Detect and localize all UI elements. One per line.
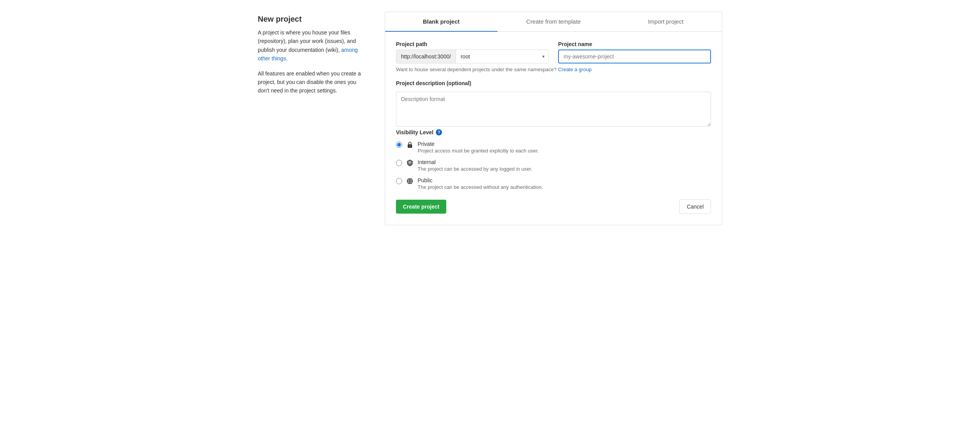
page-wrapper: New project A project is where you house…: [258, 12, 722, 225]
project-path-group: Project path http://localhost:3000/ root…: [396, 41, 549, 63]
private-label: Private: [418, 141, 539, 147]
private-desc: Project access must be granted explicitl…: [418, 148, 539, 154]
lock-icon: [406, 141, 414, 149]
sidebar-description-1: A project is where you house your files …: [258, 28, 366, 63]
internal-text-group: Internal The project can be accessed by …: [418, 159, 532, 172]
project-path-label: Project path: [396, 41, 549, 47]
page-title: New project: [258, 15, 366, 24]
radio-private[interactable]: [396, 142, 402, 148]
radio-internal[interactable]: [396, 160, 402, 166]
main-content: Blank project Create from template Impor…: [385, 12, 722, 225]
tab-create-from-template[interactable]: Create from template: [497, 12, 610, 32]
public-desc: The project can be accessed without any …: [418, 184, 543, 190]
svg-point-1: [409, 146, 410, 146]
visibility-option-internal: Internal The project can be accessed by …: [396, 159, 711, 172]
visibility-title-row: Visibility Level ?: [396, 129, 711, 135]
description-label: Project description (optional): [396, 80, 711, 86]
form-body: Project path http://localhost:3000/ root…: [385, 32, 722, 225]
internal-label: Internal: [418, 159, 532, 165]
public-text-group: Public The project can be accessed witho…: [418, 177, 543, 190]
create-project-button[interactable]: Create project: [396, 200, 446, 214]
project-name-group: Project name: [558, 41, 711, 63]
shield-icon: [406, 159, 414, 167]
path-name-row: Project path http://localhost:3000/ root…: [396, 41, 711, 63]
globe-icon: [406, 177, 414, 185]
description-textarea-wrapper: [396, 92, 711, 128]
private-text-group: Private Project access must be granted e…: [418, 141, 539, 154]
tab-import-project[interactable]: Import project: [610, 12, 722, 32]
create-group-link[interactable]: Create a group: [558, 67, 592, 72]
internal-desc: The project can be accessed by any logge…: [418, 166, 532, 172]
help-icon[interactable]: ?: [436, 129, 442, 135]
namespace-select-wrapper: root ▾: [456, 50, 548, 63]
path-prefix: http://localhost:3000/: [396, 50, 456, 63]
public-label: Public: [418, 177, 543, 183]
cancel-button[interactable]: Cancel: [679, 199, 711, 214]
sidebar-description-2: All features are enabled when you create…: [258, 69, 366, 95]
project-name-input[interactable]: [558, 50, 711, 63]
form-actions: Create project Cancel: [396, 199, 711, 214]
namespace-hint: Want to house several dependent projects…: [396, 67, 711, 72]
radio-public[interactable]: [396, 178, 402, 184]
sidebar: New project A project is where you house…: [258, 12, 366, 101]
visibility-label: Visibility Level: [396, 129, 433, 135]
visibility-section: Visibility Level ? Private: [396, 129, 711, 190]
project-name-label: Project name: [558, 41, 711, 47]
visibility-option-private: Private Project access must be granted e…: [396, 141, 711, 154]
namespace-select[interactable]: root: [456, 50, 548, 63]
path-input-row: http://localhost:3000/ root ▾: [396, 50, 549, 63]
tab-blank-project[interactable]: Blank project: [385, 12, 497, 32]
description-textarea[interactable]: [396, 92, 711, 127]
tab-bar: Blank project Create from template Impor…: [385, 12, 722, 32]
svg-rect-2: [409, 161, 411, 164]
description-group: Project description (optional): [396, 80, 711, 128]
visibility-option-public: Public The project can be accessed witho…: [396, 177, 711, 190]
